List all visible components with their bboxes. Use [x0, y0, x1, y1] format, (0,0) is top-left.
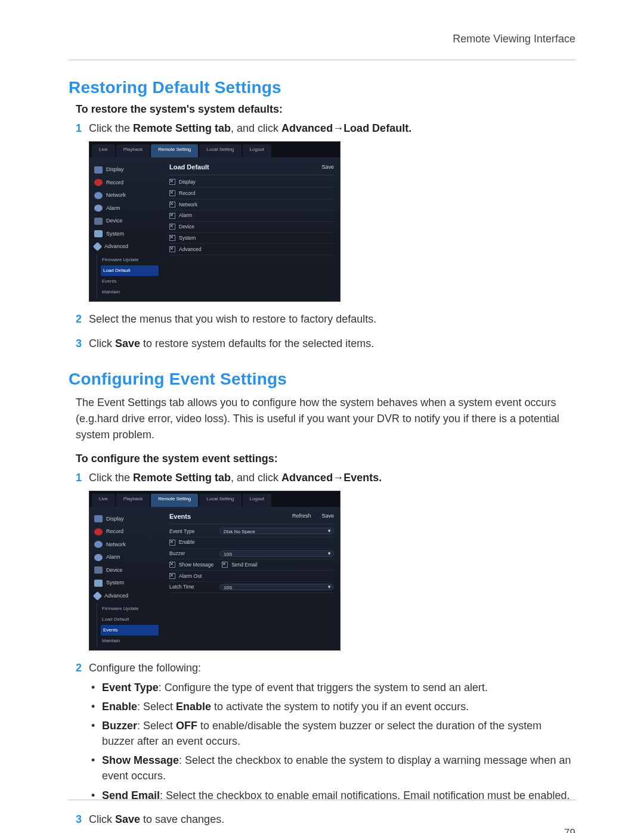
tab-local-setting[interactable]: Local Setting: [199, 494, 241, 507]
page-number: 79: [564, 827, 575, 833]
refresh-button[interactable]: Refresh: [292, 512, 311, 521]
sidebar-item-device[interactable]: Device: [93, 564, 163, 577]
row-device[interactable]: Device: [169, 222, 334, 233]
step-number: 3: [76, 336, 82, 352]
sidebar-item-display[interactable]: Display: [93, 163, 163, 176]
row-record[interactable]: Record: [169, 188, 334, 199]
events-steps: 1 Click the Remote Setting tab, and clic…: [76, 470, 575, 828]
sidebar-sub-firmware[interactable]: Firmware Update: [101, 255, 163, 265]
row-show-message-send-email: Show Message Send Email: [169, 559, 334, 571]
system-icon: [94, 580, 103, 587]
top-rule: [69, 60, 575, 60]
sidebar-item-advanced[interactable]: Advanced: [93, 240, 163, 253]
tab-remote-setting[interactable]: Remote Setting: [151, 494, 198, 507]
row-network[interactable]: Network: [169, 199, 334, 210]
sidebar-sub-items: Firmware Update Load Default Events Main…: [97, 255, 163, 298]
row-event-type: Event Type Disk No Space: [169, 526, 334, 537]
page-header-right: Remote Viewing Interface: [453, 33, 575, 45]
sidebar-sub-events[interactable]: Events: [101, 625, 159, 636]
tab-remote-setting[interactable]: Remote Setting: [151, 144, 198, 157]
sidebar-item-system[interactable]: System: [93, 228, 163, 241]
events-step-2: 2 Configure the following: Event Type: C…: [76, 660, 575, 803]
sidebar-sub-maintain[interactable]: Maintain: [101, 636, 163, 646]
tab-logout[interactable]: Logout: [243, 144, 271, 157]
row-display[interactable]: Display: [169, 177, 334, 188]
checkbox-icon[interactable]: [169, 562, 175, 568]
alarm-icon: [94, 205, 103, 212]
step-number: 2: [76, 660, 82, 676]
events-step-1: 1 Click the Remote Setting tab, and clic…: [76, 470, 575, 651]
step-number: 3: [76, 812, 82, 828]
panel-title: Load Default: [169, 162, 209, 172]
row-enable[interactable]: Enable: [169, 537, 334, 549]
tab-live[interactable]: Live: [92, 144, 115, 157]
screenshot-sidebar: Display Record Network Alarm Device Syst…: [89, 507, 163, 651]
device-icon: [94, 566, 103, 574]
sidebar-item-alarm[interactable]: Alarm: [93, 202, 163, 215]
row-buzzer: Buzzer 10S: [169, 549, 334, 560]
panel-events: Events Refresh Save Event Type Disk No S…: [163, 507, 340, 651]
checkbox-icon[interactable]: [169, 179, 175, 185]
bullet-buzzer: Buzzer: Select OFF to enable/disable the…: [91, 718, 575, 749]
sidebar-sub-maintain[interactable]: Maintain: [101, 287, 163, 298]
screenshot-events: Live Playback Remote Setting Local Setti…: [89, 491, 340, 651]
manual-page: Remote Viewing Interface Restoring Defau…: [0, 0, 644, 833]
row-alarm[interactable]: Alarm: [169, 210, 334, 222]
sidebar-sub-events[interactable]: Events: [101, 276, 163, 287]
checkbox-icon[interactable]: [169, 573, 175, 579]
section-heading-events: Configuring Event Settings: [69, 370, 575, 389]
save-button[interactable]: Save: [321, 512, 334, 521]
checkbox-icon[interactable]: [169, 235, 175, 241]
checkbox-icon[interactable]: [169, 213, 175, 219]
screenshot-load-default: Live Playback Remote Setting Local Setti…: [89, 141, 340, 302]
sidebar-item-network[interactable]: Network: [93, 189, 163, 202]
sidebar-sub-firmware[interactable]: Firmware Update: [101, 603, 163, 614]
checkbox-icon[interactable]: [169, 190, 175, 196]
checkbox-icon[interactable]: [169, 246, 175, 252]
tab-logout[interactable]: Logout: [243, 494, 271, 507]
bullet-event-type: Event Type: Configure the type of event …: [91, 680, 575, 695]
sidebar-item-record[interactable]: Record: [93, 176, 163, 190]
row-alarm-out[interactable]: Alarm Out: [169, 571, 334, 582]
events-bullet-list: Event Type: Configure the type of event …: [91, 680, 575, 803]
record-icon: [94, 179, 103, 186]
row-advanced[interactable]: Advanced: [169, 244, 334, 255]
bullet-show-message: Show Message: Select the checkbox to ena…: [91, 753, 575, 784]
tab-playback[interactable]: Playback: [116, 494, 150, 507]
row-system[interactable]: System: [169, 233, 334, 244]
checkbox-icon[interactable]: [222, 562, 228, 568]
step-number: 2: [76, 311, 82, 327]
event-type-select[interactable]: Disk No Space: [219, 528, 334, 534]
tab-playback[interactable]: Playback: [116, 144, 150, 157]
sidebar-item-record[interactable]: Record: [93, 525, 163, 538]
subheading-restore: To restore the system's system defaults:: [76, 103, 575, 116]
checkbox-icon[interactable]: [169, 202, 175, 208]
network-icon: [94, 192, 103, 199]
alarm-icon: [94, 554, 103, 561]
sidebar-item-alarm[interactable]: Alarm: [93, 551, 163, 564]
screenshot-tabs: Live Playback Remote Setting Local Setti…: [89, 491, 340, 507]
display-icon: [94, 515, 103, 522]
sidebar-item-advanced[interactable]: Advanced: [93, 590, 163, 603]
bottom-rule: [69, 800, 575, 800]
bullet-send-email: Send Email: Select the checkbox to enabl…: [91, 788, 575, 803]
checkbox-icon[interactable]: [169, 224, 175, 230]
checkbox-icon[interactable]: [169, 540, 175, 546]
sidebar-item-system[interactable]: System: [93, 577, 163, 590]
advanced-icon: [93, 242, 103, 252]
sidebar-item-display[interactable]: Display: [93, 513, 163, 526]
tab-local-setting[interactable]: Local Setting: [199, 144, 241, 157]
sidebar-item-network[interactable]: Network: [93, 538, 163, 552]
sidebar-sub-load-default[interactable]: Load Default: [101, 614, 163, 625]
latch-time-select[interactable]: 10S: [219, 584, 334, 590]
sidebar-item-device[interactable]: Device: [93, 215, 163, 228]
sidebar-sub-load-default[interactable]: Load Default: [101, 265, 159, 276]
restore-step-3: 3 Click Save to restore system defaults …: [76, 336, 575, 352]
restore-steps: 1 Click the Remote Setting tab, and clic…: [76, 120, 575, 352]
buzzer-select[interactable]: 10S: [219, 550, 334, 557]
restore-step-2: 2 Select the menus that you wish to rest…: [76, 311, 575, 327]
tab-live[interactable]: Live: [92, 494, 115, 507]
restore-step-1: 1 Click the Remote Setting tab, and clic…: [76, 120, 575, 302]
save-button[interactable]: Save: [321, 163, 334, 172]
panel-load-default: Load Default Save Display Record Network…: [163, 157, 340, 301]
